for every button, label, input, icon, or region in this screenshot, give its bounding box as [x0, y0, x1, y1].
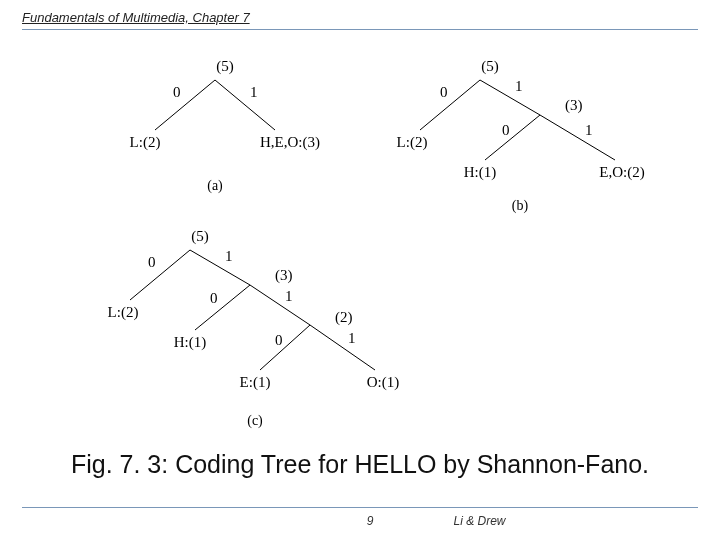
svg-line-9	[250, 285, 310, 325]
tree-b-edge11: 1	[585, 122, 593, 138]
tree-a: (5) 0 1 L:(2) H,E,O:(3) (a)	[100, 55, 350, 195]
tree-b-leaf0: L:(2)	[397, 134, 428, 151]
svg-line-2	[420, 80, 480, 130]
tree-c-edge111: 1	[348, 330, 356, 346]
slide-header: Fundamentals of Multimedia, Chapter 7	[22, 10, 698, 30]
tree-c-n1: (3)	[275, 267, 293, 284]
tree-c-n11: (2)	[335, 309, 353, 326]
tree-c-leaf10: H:(1)	[174, 334, 207, 351]
slide-footer: 9 Li & Drew	[22, 507, 698, 528]
tree-c-leaf0: L:(2)	[108, 304, 139, 321]
tree-c-edge10: 0	[210, 290, 218, 306]
svg-line-10	[260, 325, 310, 370]
footer-authors: Li & Drew	[374, 514, 506, 528]
tree-a-sub: (a)	[207, 178, 223, 194]
tree-b-edge1: 1	[515, 78, 523, 94]
tree-b-root: (5)	[481, 58, 499, 75]
svg-line-6	[130, 250, 190, 300]
figure-caption: Fig. 7. 3: Coding Tree for HELLO by Shan…	[0, 450, 720, 479]
tree-b: (5) 0 1 L:(2) (3) 0 1 H:(1) E,O:(2) (b)	[370, 55, 670, 215]
tree-a-edge0: 0	[173, 84, 181, 100]
svg-line-8	[195, 285, 250, 330]
tree-a-edge1: 1	[250, 84, 258, 100]
footer-rule	[22, 507, 698, 508]
figure-area: (5) 0 1 L:(2) H,E,O:(3) (a) (5) 0 1 L:(2…	[0, 45, 720, 445]
tree-a-root: (5)	[216, 58, 234, 75]
tree-b-edge0: 0	[440, 84, 448, 100]
tree-b-leaf11: E,O:(2)	[599, 164, 644, 181]
svg-line-1	[215, 80, 275, 130]
tree-c-root: (5)	[191, 228, 209, 245]
tree-a-leaf0: L:(2)	[130, 134, 161, 151]
tree-c-edge0: 0	[148, 254, 156, 270]
svg-line-5	[540, 115, 615, 160]
header-rule	[22, 29, 698, 30]
svg-line-0	[155, 80, 215, 130]
tree-c: (5) 0 1 L:(2) (3) 0 1 H:(1) (2) 0 1 E:(1…	[85, 225, 445, 445]
svg-line-4	[485, 115, 540, 160]
page-number: 9	[22, 514, 374, 528]
tree-c-leaf110: E:(1)	[240, 374, 271, 391]
svg-line-7	[190, 250, 250, 285]
header-title: Fundamentals of Multimedia, Chapter 7	[22, 10, 698, 25]
tree-c-edge11: 1	[285, 288, 293, 304]
svg-line-3	[480, 80, 540, 115]
tree-b-right: (3)	[565, 97, 583, 114]
tree-a-leaf1: H,E,O:(3)	[260, 134, 320, 151]
tree-b-leaf10: H:(1)	[464, 164, 497, 181]
tree-c-edge110: 0	[275, 332, 283, 348]
tree-c-sub: (c)	[247, 413, 263, 429]
tree-b-edge10: 0	[502, 122, 510, 138]
tree-c-leaf111: O:(1)	[367, 374, 400, 391]
tree-c-edge1: 1	[225, 248, 233, 264]
tree-b-sub: (b)	[512, 198, 529, 214]
svg-line-11	[310, 325, 375, 370]
